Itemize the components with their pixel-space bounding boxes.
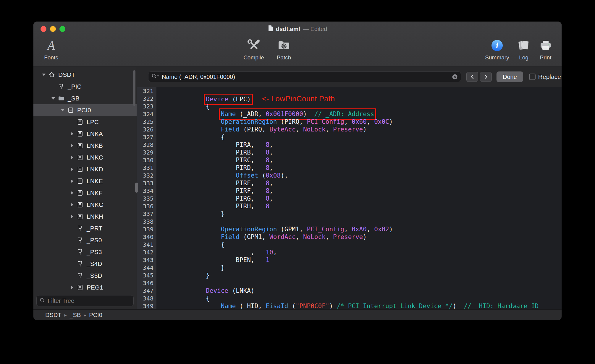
patch-button[interactable]: Patch: [271, 37, 297, 61]
sidebar-scrollbar[interactable]: [133, 70, 135, 106]
code-line[interactable]: 337 }: [137, 210, 562, 218]
breadcrumb-item-dsdt[interactable]: DSDT: [45, 312, 61, 318]
disclosure-triangle[interactable]: [68, 144, 76, 147]
disclosure-triangle[interactable]: [68, 179, 76, 183]
code-line[interactable]: 323 {: [137, 103, 562, 110]
window-titlebar[interactable]: dsdt.aml — Edited: [33, 22, 562, 36]
disclosure-triangle[interactable]: [68, 156, 76, 159]
code-line[interactable]: 338: [137, 218, 562, 225]
search-scope-icon[interactable]: [151, 73, 159, 80]
log-button[interactable]: Log: [514, 37, 533, 61]
disclosure-triangle[interactable]: [59, 109, 67, 111]
code-line-text: Field (PIRQ, ByteAcc, NoLock, Preserve): [156, 126, 367, 133]
sidebar-item-lnke[interactable]: LNKE: [33, 175, 137, 187]
code-line[interactable]: 326 Field (PIRQ, ByteAcc, NoLock, Preser…: [137, 126, 562, 133]
sidebar-item-lpc[interactable]: LPC: [33, 116, 137, 128]
search-field[interactable]: [148, 72, 461, 82]
code-line[interactable]: 322 Device (LPC) <- LowPinCount Path: [137, 95, 562, 103]
disclosure-triangle[interactable]: [68, 191, 76, 195]
zoom-window-button[interactable]: [59, 26, 65, 32]
code-line[interactable]: 344 }: [137, 264, 562, 272]
filter-tree-field[interactable]: [36, 295, 134, 306]
sidebar-item-lnkf[interactable]: LNKF: [33, 187, 137, 199]
split-divider-handle[interactable]: [135, 183, 138, 193]
sidebar-item-label: PCI0: [77, 107, 91, 114]
disclosure-triangle[interactable]: [68, 203, 76, 207]
sidebar-item-label: LNKC: [87, 154, 103, 161]
done-button[interactable]: Done: [497, 72, 523, 82]
sidebar-item-prt[interactable]: _PRT: [33, 222, 137, 234]
maciasl-window: dsdt.aml — Edited A Fonts: [33, 22, 562, 320]
code-line[interactable]: 342 , 10,: [137, 248, 562, 256]
code-line[interactable]: 329 PIRB, 8,: [137, 149, 562, 156]
sidebar-item-peg1[interactable]: PEG1: [33, 282, 137, 293]
find-next-button[interactable]: [480, 72, 492, 82]
line-number: 331: [137, 164, 156, 172]
find-previous-button[interactable]: [466, 72, 478, 82]
code-line[interactable]: 325 OperationRegion (PIRQ, PCI_Config, 0…: [137, 118, 562, 126]
disclosure-triangle[interactable]: [68, 286, 76, 289]
disclosure-triangle[interactable]: [68, 168, 76, 171]
sidebar-item-lnkc[interactable]: LNKC: [33, 152, 137, 163]
code-line[interactable]: 327 {: [137, 133, 562, 141]
sidebar-item-pic[interactable]: _PIC: [33, 81, 137, 92]
code-line[interactable]: 349 Name (_HID, EisaId ("PNP0C0F") /* PC…: [137, 302, 562, 309]
code-line[interactable]: 332 Offset (0x08),: [137, 172, 562, 179]
code-line[interactable]: 328 PIRA, 8,: [137, 141, 562, 149]
disclosure-triangle[interactable]: [68, 215, 76, 218]
summary-button[interactable]: i Summary: [483, 37, 511, 61]
sidebar-item-lnkb[interactable]: LNKB: [33, 140, 137, 152]
sidebar-item-ps3[interactable]: _PS3: [33, 246, 137, 258]
sidebar-item-sb[interactable]: _SB: [33, 92, 137, 104]
sidebar-item-s4d[interactable]: _S4D: [33, 258, 137, 270]
sidebar-item-lnkd[interactable]: LNKD: [33, 163, 137, 175]
device-icon: [76, 284, 84, 291]
code-line[interactable]: 340 Field (GPM1, WordAcc, NoLock, Preser…: [137, 233, 562, 241]
line-number: 348: [137, 295, 156, 302]
document-proxy-icon[interactable]: [268, 25, 273, 33]
sidebar-item-pci0[interactable]: PCI0: [33, 104, 137, 116]
sidebar-item-s5d[interactable]: _S5D: [33, 270, 137, 282]
disclosure-triangle[interactable]: [40, 74, 48, 76]
clear-search-button[interactable]: [452, 74, 458, 80]
breadcrumb-item-pci0[interactable]: PCI0: [89, 312, 102, 318]
filter-tree-input[interactable]: [47, 297, 130, 305]
disclosure-triangle[interactable]: [68, 132, 76, 136]
code-line[interactable]: 341 {: [137, 241, 562, 248]
code-line[interactable]: 348 {: [137, 295, 562, 302]
fonts-button[interactable]: A Fonts: [40, 37, 62, 61]
code-line[interactable]: 331 PIRD, 8,: [137, 164, 562, 172]
summary-label: Summary: [485, 54, 509, 61]
search-input[interactable]: [161, 73, 450, 81]
minimize-window-button[interactable]: [50, 26, 56, 32]
sidebar-item-ps0[interactable]: _PS0: [33, 234, 137, 246]
code-line[interactable]: 335 PIRG, 8,: [137, 195, 562, 202]
code-line[interactable]: 345 }: [137, 272, 562, 279]
code-editor[interactable]: 321322 Device (LPC) <- LowPinCount Path3…: [137, 87, 562, 309]
close-window-button[interactable]: [41, 26, 46, 32]
breadcrumb-separator: ▸: [84, 312, 86, 318]
code-line[interactable]: 343 BPEN, 1: [137, 256, 562, 264]
code-line[interactable]: 334 PIRF, 8,: [137, 187, 562, 195]
code-line[interactable]: 321: [137, 87, 562, 95]
sidebar-item-lnkg[interactable]: LNKG: [33, 199, 137, 211]
sidebar-item-label: LPC: [87, 118, 99, 126]
compile-button[interactable]: Compile: [241, 37, 266, 61]
code-line[interactable]: 339 OperationRegion (GPM1, PCI_Config, 0…: [137, 225, 562, 233]
code-line[interactable]: 324 Name (_ADR, 0x001F0000) // _ADR: Add…: [137, 110, 562, 118]
print-button[interactable]: Print: [536, 37, 555, 61]
replace-checkbox[interactable]: [529, 74, 536, 80]
disclosure-triangle[interactable]: [49, 97, 57, 100]
sidebar-item-label: LNKG: [87, 201, 104, 208]
sidebar-item-lnkh[interactable]: LNKH: [33, 211, 137, 222]
breadcrumb-item-sb[interactable]: _SB: [69, 312, 81, 318]
tree-indent: [33, 287, 68, 288]
code-line[interactable]: 333 PIRE, 8,: [137, 179, 562, 187]
code-line[interactable]: 346: [137, 279, 562, 287]
toolbar: A Fonts: [33, 36, 562, 66]
code-line[interactable]: 347 Device (LNKA): [137, 287, 562, 295]
code-line[interactable]: 330 PIRC, 8,: [137, 156, 562, 164]
sidebar-item-lnka[interactable]: LNKA: [33, 128, 137, 140]
sidebar-item-dsdt[interactable]: DSDT: [33, 69, 137, 81]
code-line[interactable]: 336 PIRH, 8: [137, 202, 562, 210]
